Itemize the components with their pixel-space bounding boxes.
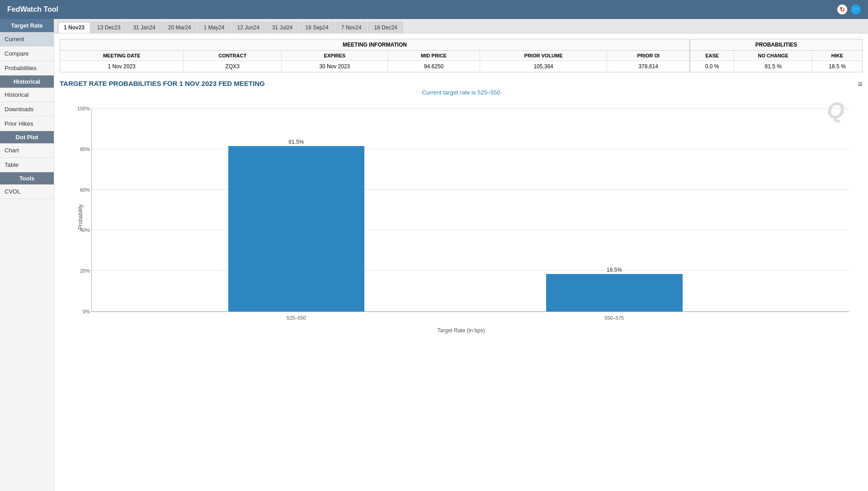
- chart-container: Probability 0%20%40%60%80%100%81.5%525–5…: [64, 99, 858, 335]
- val-contract: ZQX3: [184, 61, 282, 72]
- tab-31jan24[interactable]: 31 Jan24: [127, 22, 161, 33]
- grid-line: [92, 270, 849, 271]
- tab-13dec23[interactable]: 13 Dec23: [91, 22, 126, 33]
- y-tick-label: 40%: [80, 227, 90, 233]
- val-prior-oi: 378,614: [607, 61, 689, 72]
- tab-20mar24[interactable]: 20 Mar24: [162, 22, 197, 33]
- meeting-info-table: MEETING DATE CONTRACT EXPIRES MID PRICE …: [60, 51, 689, 72]
- dot-plot-header: Dot Plot: [0, 131, 54, 143]
- col-contract: CONTRACT: [184, 51, 282, 61]
- meeting-info-header: MEETING INFORMATION: [60, 39, 689, 51]
- val-expires: 30 Nov 2023: [282, 61, 388, 72]
- chart-bar: [228, 146, 365, 312]
- grid-line: [92, 149, 849, 149]
- x-tick-label: 550–575: [604, 315, 624, 321]
- chart-subtitle: Current target rate is 525–550: [60, 89, 863, 96]
- chart-wrapper: TARGET RATE PROBABILITIES FOR 1 NOV 2023…: [60, 80, 863, 335]
- val-hike: 18.5 %: [812, 61, 862, 72]
- grid-line: [92, 108, 849, 109]
- content-area: MEETING INFORMATION MEETING DATE CONTRAC…: [54, 33, 868, 491]
- val-ease: 0.0 %: [690, 61, 734, 72]
- val-mid-price: 94.6250: [388, 61, 480, 72]
- sidebar-item-table[interactable]: Table: [0, 158, 54, 172]
- val-meeting-date: 1 Nov 2023: [60, 61, 184, 72]
- meeting-info-left: MEETING INFORMATION MEETING DATE CONTRAC…: [60, 39, 690, 72]
- tab-7nov24[interactable]: 7 Nov24: [335, 22, 368, 33]
- tab-31jul24[interactable]: 31 Jul24: [266, 22, 298, 33]
- main-area: 1 Nov2313 Dec2331 Jan2420 Mar241 May2412…: [54, 19, 868, 491]
- y-tick-label: 80%: [80, 146, 90, 152]
- tab-18sep24[interactable]: 18 Sep24: [299, 22, 334, 33]
- app-title: FedWatch Tool: [7, 5, 58, 14]
- meeting-info-section: MEETING INFORMATION MEETING DATE CONTRAC…: [60, 39, 863, 72]
- bar-value-label: 18.5%: [607, 267, 622, 273]
- hamburger-icon[interactable]: ≡: [858, 80, 863, 89]
- y-tick-label: 20%: [80, 268, 90, 274]
- tools-header: Tools: [0, 172, 54, 184]
- refresh-icon[interactable]: ↻: [837, 5, 847, 14]
- sidebar-item-historical[interactable]: Historical: [0, 88, 54, 102]
- col-hike: HIKE: [812, 51, 862, 61]
- tab-1may24[interactable]: 1 May24: [198, 22, 231, 33]
- val-prior-volume: 105,364: [480, 61, 607, 72]
- col-expires: EXPIRES: [282, 51, 388, 61]
- probabilities-section: PROBABILITIES EASE NO CHANGE HIKE 0.0 %: [690, 39, 862, 72]
- sidebar-item-prior-hikes[interactable]: Prior Hikes: [0, 117, 54, 131]
- col-meeting-date: MEETING DATE: [60, 51, 184, 61]
- top-bar: FedWatch Tool ↻ 🐦: [0, 0, 868, 19]
- col-prior-oi: PRIOR OI: [607, 51, 689, 61]
- probabilities-header: PROBABILITIES: [690, 39, 862, 51]
- x-axis-label: Target Rate (in bps): [437, 327, 485, 334]
- sidebar-item-downloads[interactable]: Downloads: [0, 102, 54, 117]
- col-prior-volume: PRIOR VOLUME: [480, 51, 607, 61]
- grid-line: [92, 311, 849, 312]
- chart-title: TARGET RATE PROBABILITIES FOR 1 NOV 2023…: [60, 80, 863, 87]
- grid-line: [92, 230, 849, 230]
- meeting-tabs: 1 Nov2313 Dec2331 Jan2420 Mar241 May2412…: [54, 19, 868, 33]
- y-tick-label: 100%: [77, 106, 90, 111]
- col-mid-price: MID PRICE: [388, 51, 480, 61]
- y-axis-label: Probability: [77, 204, 84, 230]
- sidebar-item-compare[interactable]: Compare: [0, 47, 54, 61]
- tab-18dec24[interactable]: 18 Dec24: [368, 22, 403, 33]
- sidebar-item-chart[interactable]: Chart: [0, 143, 54, 158]
- x-tick-label: 525–550: [287, 315, 306, 321]
- tab-12jun24[interactable]: 12 Jun24: [231, 22, 265, 33]
- twitter-icon[interactable]: 🐦: [851, 5, 861, 14]
- top-icons: ↻ 🐦: [837, 5, 861, 14]
- target-rate-button[interactable]: Target Rate: [0, 19, 54, 32]
- sidebar-item-cvol[interactable]: CVOL: [0, 184, 54, 199]
- sidebar-item-probabilities[interactable]: Probabilities: [0, 61, 54, 76]
- y-tick-label: 0%: [83, 309, 90, 314]
- probabilities-table: EASE NO CHANGE HIKE 0.0 % 81.5 % 18.5 %: [690, 51, 862, 72]
- historical-header: Historical: [0, 76, 54, 88]
- val-no-change: 81.5 %: [734, 61, 812, 72]
- bar-value-label: 81.5%: [288, 139, 304, 145]
- sidebar: Target Rate Current Compare Probabilitie…: [0, 19, 54, 491]
- sidebar-item-current[interactable]: Current: [0, 32, 54, 47]
- y-tick-label: 60%: [80, 187, 90, 193]
- tab-1nov23[interactable]: 1 Nov23: [58, 22, 90, 33]
- chart-area: 0%20%40%60%80%100%81.5%525–55018.5%550–5…: [91, 109, 849, 312]
- grid-line: [92, 189, 849, 190]
- col-ease: EASE: [690, 51, 734, 61]
- col-no-change: NO CHANGE: [734, 51, 812, 61]
- chart-bar: [546, 274, 683, 312]
